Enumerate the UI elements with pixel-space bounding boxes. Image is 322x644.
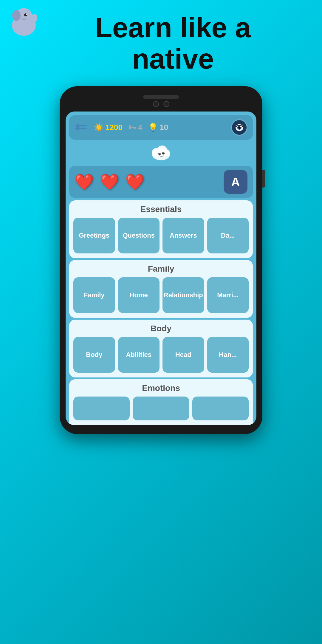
card-hands[interactable]: Han... <box>207 337 249 373</box>
camera-1 <box>153 101 159 107</box>
phone-notch <box>66 95 256 99</box>
cloud-mascot-area <box>66 140 256 166</box>
xp-value: 1200 <box>105 123 123 132</box>
letter-badge[interactable]: A <box>224 170 247 194</box>
headline: Learn like a native <box>71 9 251 74</box>
card-da[interactable]: Da... <box>207 218 249 253</box>
camera-2 <box>163 101 169 107</box>
phone-volume-button <box>262 170 265 188</box>
xp-stat: ☀️ 1200 <box>94 123 123 132</box>
xp-icon: ☀️ <box>94 123 103 132</box>
card-emotions-3[interactable] <box>192 397 249 420</box>
heart-3: ❤️ <box>125 173 145 191</box>
card-answers[interactable]: Answers <box>162 218 204 253</box>
family-title: Family <box>73 264 249 274</box>
phone-speaker <box>143 95 179 99</box>
card-questions[interactable]: Questions <box>118 218 160 253</box>
family-section: Family Family Home Relationship Marri... <box>69 260 253 318</box>
bulbs-value: 10 <box>160 123 168 132</box>
card-marriage[interactable]: Marri... <box>207 277 249 313</box>
body-grid: Body Abilities Head Han... <box>73 337 249 373</box>
phone-frame: ☀️ 1200 🗝 4 💡 10 <box>60 86 262 434</box>
svg-point-3 <box>24 13 27 16</box>
headline-line1: Learn like a <box>95 12 251 43</box>
essentials-section: Essentials Greetings Questions Answers D… <box>69 200 253 258</box>
card-abilities[interactable]: Abilities <box>118 337 160 373</box>
heart-1: ❤️ <box>75 173 94 191</box>
card-family[interactable]: Family <box>73 277 115 313</box>
body-section: Body Body Abilities Head Han... <box>69 320 253 377</box>
svg-point-19 <box>160 153 160 154</box>
keys-value: 4 <box>138 123 142 132</box>
heart-2: ❤️ <box>100 173 119 191</box>
key-icon: 🗝 <box>129 123 136 132</box>
bulb-icon: 💡 <box>148 123 158 132</box>
emotions-grid <box>73 397 249 420</box>
cloud-mascot-icon <box>149 142 173 162</box>
essentials-grid: Greetings Questions Answers Da... <box>73 218 249 253</box>
card-emotions-1[interactable] <box>73 397 130 420</box>
family-grid: Family Home Relationship Marri... <box>73 277 249 313</box>
svg-point-12 <box>239 126 241 127</box>
bulbs-stat: 💡 10 <box>148 123 168 132</box>
mascot-elephant <box>6 3 42 39</box>
card-emotions-2[interactable] <box>133 397 189 420</box>
card-greetings[interactable]: Greetings <box>73 218 115 253</box>
headline-line2: native <box>132 43 214 75</box>
svg-point-17 <box>158 153 161 155</box>
header-area: Learn like a native <box>0 0 322 80</box>
essentials-title: Essentials <box>73 205 249 214</box>
card-relationship[interactable]: Relationship <box>162 277 204 313</box>
svg-point-20 <box>163 152 164 153</box>
emotions-section: Emotions <box>69 379 253 425</box>
card-home[interactable]: Home <box>118 277 160 313</box>
phone-screen: ☀️ 1200 🗝 4 💡 10 <box>66 112 256 425</box>
svg-point-2 <box>12 10 21 21</box>
svg-point-4 <box>26 14 27 15</box>
lives-bar: ❤️ ❤️ ❤️ A <box>69 166 253 198</box>
stats-bar: ☀️ 1200 🗝 4 💡 10 <box>69 115 253 140</box>
card-head[interactable]: Head <box>162 337 204 373</box>
phone-cameras <box>66 101 256 107</box>
card-body[interactable]: Body <box>73 337 115 373</box>
svg-point-18 <box>162 152 165 154</box>
back-button[interactable] <box>75 123 88 132</box>
profile-button[interactable] <box>231 119 247 136</box>
emotions-title: Emotions <box>73 383 249 393</box>
body-title: Body <box>73 324 249 333</box>
keys-stat: 🗝 4 <box>129 123 142 132</box>
svg-point-5 <box>31 14 37 22</box>
